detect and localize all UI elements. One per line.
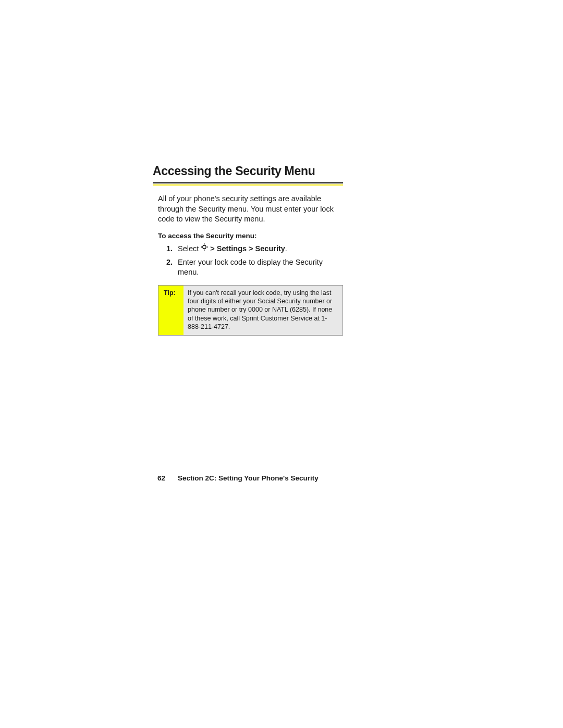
step-bold: > Settings > Security bbox=[208, 244, 285, 253]
step-item: 1. Select > Settings > Security. bbox=[164, 244, 343, 254]
svg-point-3 bbox=[201, 246, 202, 248]
svg-point-2 bbox=[204, 250, 205, 251]
nav-key-icon bbox=[201, 243, 208, 254]
svg-point-0 bbox=[203, 245, 206, 249]
page-content: Accessing the Security Menu All of your … bbox=[153, 164, 343, 336]
steps-list: 1. Select > Settings > Security. 2. Ente… bbox=[164, 244, 343, 278]
step-prefix: Select bbox=[178, 244, 201, 253]
step-suffix: . bbox=[285, 244, 287, 253]
step-text: Select > Settings > Security. bbox=[178, 244, 343, 254]
tip-body: If you can't recall your lock code, try … bbox=[183, 286, 342, 335]
svg-point-4 bbox=[207, 246, 208, 248]
step-item: 2. Enter your lock code to display the S… bbox=[164, 257, 343, 278]
step-number: 1. bbox=[164, 244, 173, 254]
svg-point-1 bbox=[204, 243, 205, 244]
step-number: 2. bbox=[164, 257, 173, 278]
page-heading: Accessing the Security Menu bbox=[153, 164, 343, 180]
sub-heading: To access the Security menu: bbox=[158, 232, 343, 240]
page-footer: 62 Section 2C: Setting Your Phone's Secu… bbox=[157, 474, 319, 482]
page-number: 62 bbox=[157, 474, 165, 482]
step-text: Enter your lock code to display the Secu… bbox=[178, 257, 343, 278]
intro-paragraph: All of your phone's security settings ar… bbox=[158, 194, 343, 225]
tip-box: Tip: If you can't recall your lock code,… bbox=[158, 285, 343, 336]
tip-label: Tip: bbox=[158, 286, 183, 335]
heading-rule bbox=[153, 182, 343, 186]
section-title: Section 2C: Setting Your Phone's Securit… bbox=[178, 474, 319, 482]
